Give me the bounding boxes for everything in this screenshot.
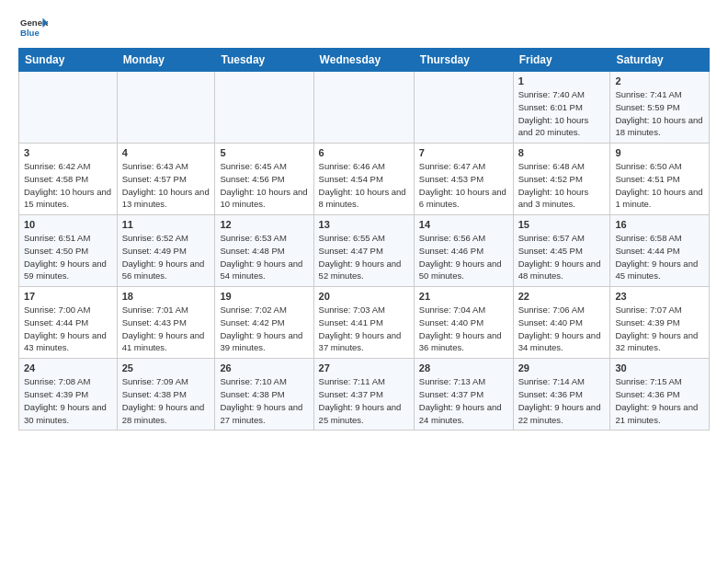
day-number: 9 — [615, 147, 704, 158]
day-number: 26 — [220, 362, 308, 373]
day-info: Sunrise: 6:56 AM Sunset: 4:46 PM Dayligh… — [419, 232, 508, 282]
day-info: Sunrise: 7:11 AM Sunset: 4:37 PM Dayligh… — [319, 375, 409, 426]
calendar-cell: 4Sunrise: 6:43 AM Sunset: 4:57 PM Daylig… — [117, 144, 215, 215]
day-number: 27 — [319, 362, 409, 373]
day-number: 24 — [24, 362, 112, 373]
day-info: Sunrise: 6:48 AM Sunset: 4:52 PM Dayligh… — [518, 160, 606, 211]
day-number: 10 — [24, 219, 112, 230]
calendar-cell: 5Sunrise: 6:45 AM Sunset: 4:56 PM Daylig… — [215, 144, 313, 215]
svg-text:Blue: Blue — [20, 28, 40, 38]
calendar-cell: 8Sunrise: 6:48 AM Sunset: 4:52 PM Daylig… — [513, 144, 610, 215]
day-info: Sunrise: 7:14 AM Sunset: 4:36 PM Dayligh… — [518, 375, 606, 426]
day-info: Sunrise: 7:13 AM Sunset: 4:37 PM Dayligh… — [419, 375, 508, 426]
calendar-cell: 20Sunrise: 7:03 AM Sunset: 4:41 PM Dayli… — [313, 287, 414, 359]
day-info: Sunrise: 7:06 AM Sunset: 4:40 PM Dayligh… — [518, 304, 606, 354]
weekday-header-friday: Friday — [513, 49, 610, 72]
day-number: 25 — [122, 362, 210, 373]
calendar-cell: 13Sunrise: 6:55 AM Sunset: 4:47 PM Dayli… — [313, 215, 414, 287]
day-info: Sunrise: 6:46 AM Sunset: 4:54 PM Dayligh… — [319, 160, 409, 211]
day-info: Sunrise: 7:40 AM Sunset: 6:01 PM Dayligh… — [518, 88, 606, 139]
calendar-cell: 11Sunrise: 6:52 AM Sunset: 4:49 PM Dayli… — [117, 215, 215, 287]
calendar-cell — [313, 72, 414, 144]
day-number: 20 — [319, 291, 409, 302]
weekday-header-sunday: Sunday — [19, 49, 118, 72]
day-number: 15 — [518, 219, 606, 230]
page-header: General Blue — [18, 15, 710, 40]
calendar-cell: 3Sunrise: 6:42 AM Sunset: 4:58 PM Daylig… — [19, 144, 118, 215]
calendar-cell: 28Sunrise: 7:13 AM Sunset: 4:37 PM Dayli… — [414, 359, 513, 431]
day-number: 4 — [122, 147, 210, 158]
calendar-cell: 19Sunrise: 7:02 AM Sunset: 4:42 PM Dayli… — [215, 287, 313, 359]
day-info: Sunrise: 6:47 AM Sunset: 4:53 PM Dayligh… — [419, 160, 508, 211]
day-info: Sunrise: 6:45 AM Sunset: 4:56 PM Dayligh… — [220, 160, 308, 211]
calendar-cell: 26Sunrise: 7:10 AM Sunset: 4:38 PM Dayli… — [215, 359, 313, 431]
logo-icon: General Blue — [18, 15, 48, 40]
calendar-table: SundayMondayTuesdayWednesdayThursdayFrid… — [18, 48, 710, 431]
day-number: 22 — [518, 291, 606, 302]
day-info: Sunrise: 7:41 AM Sunset: 5:59 PM Dayligh… — [615, 88, 704, 139]
week-row-2: 3Sunrise: 6:42 AM Sunset: 4:58 PM Daylig… — [19, 144, 710, 215]
weekday-header-wednesday: Wednesday — [313, 49, 414, 72]
calendar-cell: 9Sunrise: 6:50 AM Sunset: 4:51 PM Daylig… — [610, 144, 710, 215]
calendar-cell: 21Sunrise: 7:04 AM Sunset: 4:40 PM Dayli… — [414, 287, 513, 359]
calendar-cell: 10Sunrise: 6:51 AM Sunset: 4:50 PM Dayli… — [19, 215, 118, 287]
day-info: Sunrise: 7:15 AM Sunset: 4:36 PM Dayligh… — [615, 375, 704, 426]
day-info: Sunrise: 7:03 AM Sunset: 4:41 PM Dayligh… — [319, 304, 409, 354]
day-number: 3 — [24, 147, 112, 158]
day-number: 2 — [615, 75, 704, 86]
day-number: 23 — [615, 291, 704, 302]
calendar-cell: 29Sunrise: 7:14 AM Sunset: 4:36 PM Dayli… — [513, 359, 610, 431]
calendar-cell — [19, 72, 118, 144]
day-number: 5 — [220, 147, 308, 158]
day-info: Sunrise: 6:58 AM Sunset: 4:44 PM Dayligh… — [615, 232, 704, 282]
day-number: 8 — [518, 147, 606, 158]
day-info: Sunrise: 7:00 AM Sunset: 4:44 PM Dayligh… — [24, 304, 112, 354]
day-number: 1 — [518, 75, 606, 86]
day-number: 14 — [419, 219, 508, 230]
day-number: 29 — [518, 362, 606, 373]
weekday-header-saturday: Saturday — [610, 49, 710, 72]
calendar-cell: 14Sunrise: 6:56 AM Sunset: 4:46 PM Dayli… — [414, 215, 513, 287]
calendar-cell: 16Sunrise: 6:58 AM Sunset: 4:44 PM Dayli… — [610, 215, 710, 287]
day-number: 18 — [122, 291, 210, 302]
day-number: 21 — [419, 291, 508, 302]
day-info: Sunrise: 7:01 AM Sunset: 4:43 PM Dayligh… — [122, 304, 210, 354]
day-number: 19 — [220, 291, 308, 302]
weekday-header-monday: Monday — [117, 49, 215, 72]
day-info: Sunrise: 6:43 AM Sunset: 4:57 PM Dayligh… — [122, 160, 210, 211]
week-row-5: 24Sunrise: 7:08 AM Sunset: 4:39 PM Dayli… — [19, 359, 710, 431]
day-info: Sunrise: 7:10 AM Sunset: 4:38 PM Dayligh… — [220, 375, 308, 426]
day-info: Sunrise: 7:07 AM Sunset: 4:39 PM Dayligh… — [615, 304, 704, 354]
week-row-3: 10Sunrise: 6:51 AM Sunset: 4:50 PM Dayli… — [19, 215, 710, 287]
calendar-cell: 6Sunrise: 6:46 AM Sunset: 4:54 PM Daylig… — [313, 144, 414, 215]
day-info: Sunrise: 6:42 AM Sunset: 4:58 PM Dayligh… — [24, 160, 112, 211]
calendar-cell: 7Sunrise: 6:47 AM Sunset: 4:53 PM Daylig… — [414, 144, 513, 215]
logo: General Blue — [18, 15, 48, 40]
calendar-cell: 22Sunrise: 7:06 AM Sunset: 4:40 PM Dayli… — [513, 287, 610, 359]
day-info: Sunrise: 7:02 AM Sunset: 4:42 PM Dayligh… — [220, 304, 308, 354]
calendar-cell: 23Sunrise: 7:07 AM Sunset: 4:39 PM Dayli… — [610, 287, 710, 359]
calendar-cell — [414, 72, 513, 144]
week-row-1: 1Sunrise: 7:40 AM Sunset: 6:01 PM Daylig… — [19, 72, 710, 144]
day-number: 7 — [419, 147, 508, 158]
calendar-cell: 12Sunrise: 6:53 AM Sunset: 4:48 PM Dayli… — [215, 215, 313, 287]
calendar-cell: 27Sunrise: 7:11 AM Sunset: 4:37 PM Dayli… — [313, 359, 414, 431]
calendar-cell: 24Sunrise: 7:08 AM Sunset: 4:39 PM Dayli… — [19, 359, 118, 431]
day-number: 30 — [615, 362, 704, 373]
day-info: Sunrise: 6:50 AM Sunset: 4:51 PM Dayligh… — [615, 160, 704, 211]
day-number: 13 — [319, 219, 409, 230]
day-info: Sunrise: 6:52 AM Sunset: 4:49 PM Dayligh… — [122, 232, 210, 282]
weekday-header-tuesday: Tuesday — [215, 49, 313, 72]
calendar-cell: 1Sunrise: 7:40 AM Sunset: 6:01 PM Daylig… — [513, 72, 610, 144]
calendar-cell: 25Sunrise: 7:09 AM Sunset: 4:38 PM Dayli… — [117, 359, 215, 431]
day-number: 6 — [319, 147, 409, 158]
day-info: Sunrise: 6:53 AM Sunset: 4:48 PM Dayligh… — [220, 232, 308, 282]
day-number: 11 — [122, 219, 210, 230]
day-info: Sunrise: 7:04 AM Sunset: 4:40 PM Dayligh… — [419, 304, 508, 354]
calendar-cell: 17Sunrise: 7:00 AM Sunset: 4:44 PM Dayli… — [19, 287, 118, 359]
day-info: Sunrise: 7:09 AM Sunset: 4:38 PM Dayligh… — [122, 375, 210, 426]
week-row-4: 17Sunrise: 7:00 AM Sunset: 4:44 PM Dayli… — [19, 287, 710, 359]
weekday-header-row: SundayMondayTuesdayWednesdayThursdayFrid… — [19, 49, 710, 72]
weekday-header-thursday: Thursday — [414, 49, 513, 72]
day-info: Sunrise: 6:57 AM Sunset: 4:45 PM Dayligh… — [518, 232, 606, 282]
